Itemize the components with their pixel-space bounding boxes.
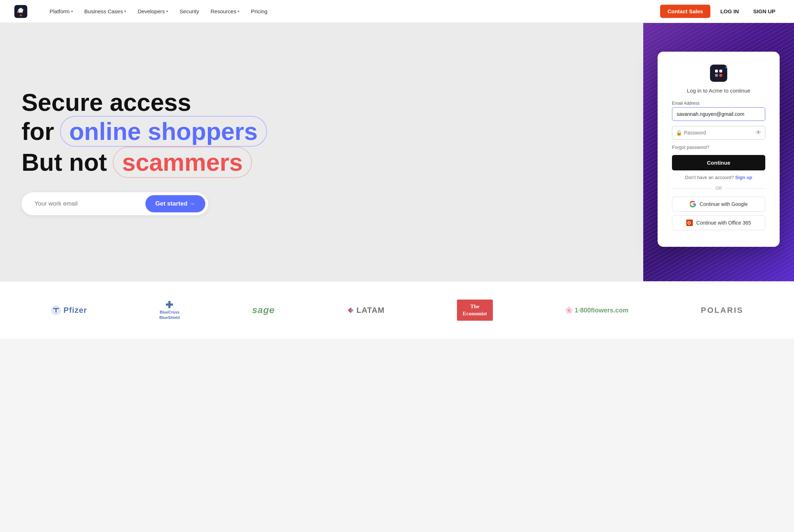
lock-icon: 🔒 <box>676 130 682 136</box>
forgot-password-link[interactable]: Forgot password? <box>672 145 765 150</box>
business-cases-chevron-icon: ▾ <box>124 9 126 13</box>
logo[interactable] <box>14 5 27 18</box>
hero-title-line1: Secure access <box>22 89 622 116</box>
sage-logo: sage <box>252 305 275 316</box>
bluecross-logo: BlueCross BlueShield <box>159 300 180 320</box>
password-input[interactable] <box>672 126 765 139</box>
continue-with-google-button[interactable]: Continue with Google <box>672 197 765 212</box>
google-icon <box>690 201 696 207</box>
svg-marker-13 <box>348 307 351 313</box>
nav-security[interactable]: Security <box>174 5 204 17</box>
signup-link[interactable]: Sign up <box>735 175 752 180</box>
signup-prompt: Don't have an account? Sign up <box>672 175 765 180</box>
show-password-icon[interactable]: 👁 <box>756 130 761 136</box>
hero-cta-form: Get started → <box>22 192 208 215</box>
svg-marker-14 <box>351 307 354 313</box>
economist-logo: The Economist <box>457 300 493 321</box>
hero-right: ® Log in to Acme to continue Email Addre… <box>643 23 794 281</box>
nav-business-cases[interactable]: Business Cases ▾ <box>79 5 131 17</box>
get-started-button[interactable]: Get started → <box>145 195 205 212</box>
svg-rect-6 <box>719 74 722 77</box>
hero-title-line2: for online shoppers <box>22 116 622 147</box>
navbar: Platform ▾ Business Cases ▾ Developers ▾… <box>0 0 794 23</box>
svg-text:®: ® <box>725 66 727 69</box>
office365-icon: O <box>686 220 693 226</box>
hero-highlight-scammers: scammers <box>113 147 252 178</box>
email-input[interactable] <box>672 108 765 121</box>
resources-chevron-icon: ▾ <box>238 9 239 13</box>
hero-left: Secure access for online shoppers But no… <box>0 23 643 281</box>
logos-bar: Pfizer BlueCross BlueShield sage LATAM T… <box>0 281 794 339</box>
email-form-group: Email Address <box>672 101 765 121</box>
login-card: ® Log in to Acme to continue Email Addre… <box>658 52 780 247</box>
login-card-logo: ® <box>672 65 765 83</box>
nav-links: Platform ▾ Business Cases ▾ Developers ▾… <box>45 5 660 17</box>
email-label: Email Address <box>672 101 765 106</box>
nav-resources[interactable]: Resources ▾ <box>205 5 244 17</box>
latam-logo: LATAM <box>347 306 385 315</box>
nav-pricing[interactable]: Pricing <box>246 5 272 17</box>
platform-chevron-icon: ▾ <box>71 9 73 13</box>
nav-actions: Contact Sales LOG IN SIGN UP <box>660 5 780 18</box>
continue-with-office-button[interactable]: O Continue with Office 365 <box>672 215 765 230</box>
svg-rect-5 <box>715 74 718 77</box>
login-card-subtitle: Log in to Acme to continue <box>672 88 765 94</box>
password-input-wrap: 🔒 👁 <box>672 126 765 140</box>
login-button[interactable]: LOG IN <box>716 5 743 17</box>
nav-developers[interactable]: Developers ▾ <box>132 5 173 17</box>
or-divider: OR <box>672 186 765 191</box>
bluecross-icon <box>165 300 174 309</box>
svg-rect-3 <box>715 70 718 72</box>
developers-chevron-icon: ▾ <box>166 9 168 13</box>
svg-rect-4 <box>719 70 722 72</box>
hero-section: Secure access for online shoppers But no… <box>0 23 794 281</box>
polaris-logo: POLARIS <box>701 306 743 315</box>
work-email-input[interactable] <box>30 197 145 211</box>
svg-rect-12 <box>166 303 173 306</box>
login-logo-icon: ® <box>710 65 727 82</box>
svg-text:O: O <box>687 221 691 226</box>
hero-highlight-shoppers: online shoppers <box>60 116 267 147</box>
signup-button[interactable]: SIGN UP <box>749 5 780 17</box>
svg-point-1 <box>20 14 22 16</box>
hero-title-line3: But not scammers <box>22 147 622 178</box>
hero-title: Secure access for online shoppers But no… <box>22 89 622 178</box>
continue-button[interactable]: Continue <box>672 155 765 170</box>
pfizer-logo: Pfizer <box>51 305 87 316</box>
svg-rect-2 <box>710 65 727 82</box>
auth0-logo-icon <box>14 5 27 18</box>
pfizer-icon <box>51 305 61 316</box>
email-input-wrap <box>672 107 765 121</box>
password-form-group: 🔒 👁 <box>672 126 765 140</box>
latam-icon <box>347 307 354 314</box>
1800flowers-logo: 🌸 1·800flowers.com <box>565 306 629 314</box>
contact-sales-button[interactable]: Contact Sales <box>660 5 710 18</box>
nav-platform[interactable]: Platform ▾ <box>45 5 78 17</box>
